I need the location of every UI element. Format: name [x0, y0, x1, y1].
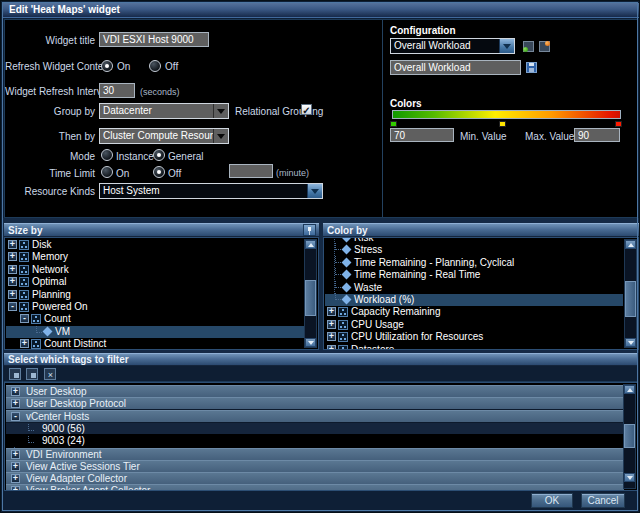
color-gradient-bar[interactable]	[392, 110, 621, 119]
tree-item[interactable]: +Network	[6, 264, 305, 276]
tag-group-row[interactable]: -vCenter Hosts	[6, 410, 624, 423]
tag-group-row[interactable]: +View Active Sessions Tier	[6, 460, 624, 473]
clear-selection-icon[interactable]	[44, 368, 56, 380]
scrollbar-thumb[interactable]	[625, 281, 636, 317]
tree-item[interactable]: Time Remaining - Planning, Cyclical	[325, 257, 623, 269]
chevron-down-icon[interactable]	[213, 129, 228, 143]
expander-icon[interactable]: +	[8, 252, 17, 261]
relational-grouping-checkbox[interactable]: ✓	[301, 104, 312, 115]
chevron-down-icon[interactable]	[307, 184, 322, 198]
chevron-down-icon[interactable]	[213, 104, 228, 118]
min-color-handle[interactable]	[390, 121, 397, 127]
tag-group-row[interactable]: +VDI Environment	[6, 448, 624, 461]
max-color-handle[interactable]	[615, 121, 622, 127]
time-limit-input[interactable]	[229, 164, 273, 178]
tree-item[interactable]: +Datastore	[325, 344, 623, 350]
configuration-name-input[interactable]: Overall Workload	[390, 60, 521, 75]
expander-icon[interactable]: +	[11, 450, 20, 459]
tree-item-selected[interactable]: Workload (%)	[325, 294, 623, 306]
min-value-label: Min. Value	[460, 131, 507, 142]
save-icon[interactable]	[526, 62, 537, 73]
tree-item[interactable]: -Count	[6, 313, 305, 325]
pin-icon[interactable]	[303, 224, 316, 236]
tree-item[interactable]: +Capacity Remaining	[325, 306, 623, 318]
expander-icon[interactable]: +	[8, 290, 17, 299]
expander-icon[interactable]: +	[11, 462, 20, 471]
size-by-scrollbar[interactable]	[304, 239, 317, 348]
refresh-content-on-radio[interactable]	[101, 60, 113, 72]
tree-item[interactable]: +Planning	[6, 289, 305, 301]
expander-icon[interactable]: +	[327, 345, 336, 350]
tree-item[interactable]: Time Remaining - Real Time	[325, 269, 623, 281]
scroll-down-icon[interactable]	[624, 473, 635, 482]
tree-item[interactable]: +Count Distinct	[6, 338, 305, 350]
expander-icon[interactable]: -	[8, 302, 17, 311]
refresh-content-off-radio[interactable]	[149, 60, 161, 72]
tag-group-row[interactable]: +User Desktop Protocol	[6, 397, 624, 410]
expander-icon[interactable]: +	[327, 332, 336, 341]
scroll-up-icon[interactable]	[625, 240, 636, 249]
widget-title-input[interactable]: VDI ESXI Host 9000	[99, 32, 209, 47]
collapse-all-icon[interactable]	[26, 368, 38, 380]
mode-instance-label: Instance	[116, 151, 154, 162]
expander-icon[interactable]: -	[11, 412, 20, 421]
expander-icon[interactable]: +	[8, 277, 17, 286]
tree-item[interactable]: Stress	[325, 244, 623, 256]
tree-item[interactable]: Waste	[325, 282, 623, 294]
configuration-preset-select[interactable]: Overall Workload	[390, 38, 515, 54]
tree-item[interactable]: +Disk	[6, 239, 305, 251]
time-limit-off-radio[interactable]	[153, 166, 165, 178]
expander-icon[interactable]: +	[8, 240, 17, 249]
max-value-input[interactable]: 90	[574, 128, 620, 142]
scroll-up-icon[interactable]	[624, 385, 635, 394]
widget-settings-panel: Widget title VDI ESXI Host 9000 Refresh …	[4, 19, 638, 218]
expander-icon[interactable]: +	[11, 474, 20, 483]
expand-all-icon[interactable]	[9, 368, 21, 380]
tag-group-row[interactable]: +View Adapter Collector	[6, 472, 624, 485]
delete-configuration-icon[interactable]	[539, 41, 550, 52]
expander-icon[interactable]: -	[20, 314, 29, 323]
expander-icon[interactable]: +	[11, 399, 20, 408]
tree-item[interactable]: +Memory	[6, 251, 305, 263]
expander-icon[interactable]: +	[11, 486, 20, 491]
tree-item-selected[interactable]: VM	[6, 326, 305, 338]
expander-icon[interactable]: +	[20, 339, 29, 348]
tree-item[interactable]: +CPU Utilization for Resources	[325, 331, 623, 343]
group-by-select[interactable]: Datacenter	[99, 103, 229, 119]
tags-scrollbar[interactable]	[623, 384, 636, 489]
tree-item[interactable]: -Powered On	[6, 301, 305, 313]
expander-icon[interactable]: +	[327, 307, 336, 316]
then-by-label: Then by	[5, 131, 95, 142]
color-by-scrollbar[interactable]	[624, 239, 637, 348]
tag-value-row[interactable]: 9000 (56)	[6, 423, 624, 434]
scrollbar-thumb[interactable]	[624, 424, 635, 448]
expander-icon[interactable]: +	[8, 265, 17, 274]
mode-instance-radio[interactable]	[101, 149, 113, 161]
tag-group-row[interactable]: +View Broker Agent Collector	[6, 484, 624, 491]
dialog-title: Edit 'Heat Maps' widget	[9, 4, 120, 15]
expander-icon[interactable]: +	[327, 320, 336, 329]
then-by-select[interactable]: Cluster Compute Resource	[99, 128, 229, 144]
save-configuration-icon[interactable]	[523, 41, 534, 52]
tag-value-row[interactable]: 9003 (24)	[6, 435, 624, 446]
mid-color-handle[interactable]	[499, 121, 506, 127]
tree-item[interactable]: +CPU Usage	[325, 319, 623, 331]
scroll-up-icon[interactable]	[305, 240, 316, 249]
expander-icon[interactable]: +	[11, 387, 20, 396]
mode-general-radio[interactable]	[153, 149, 165, 161]
scroll-down-icon[interactable]	[625, 338, 636, 347]
tag-group-row[interactable]: +User Desktop	[6, 385, 624, 398]
resource-kinds-select[interactable]: Host System	[99, 183, 323, 199]
tree-item[interactable]: Risk	[325, 237, 623, 244]
cancel-button[interactable]: Cancel	[581, 493, 625, 508]
metric-icon	[342, 237, 352, 242]
refresh-interval-input[interactable]: 30	[99, 83, 135, 98]
scrollbar-thumb[interactable]	[305, 280, 316, 316]
time-limit-on-radio[interactable]	[101, 166, 113, 178]
chevron-down-icon[interactable]	[499, 39, 514, 53]
tree-item[interactable]: +Optimal	[6, 276, 305, 288]
scroll-down-icon[interactable]	[305, 338, 316, 347]
min-value-input[interactable]: 70	[390, 128, 454, 142]
dialog-titlebar[interactable]: Edit 'Heat Maps' widget	[3, 3, 639, 18]
ok-button[interactable]: OK	[531, 493, 573, 508]
